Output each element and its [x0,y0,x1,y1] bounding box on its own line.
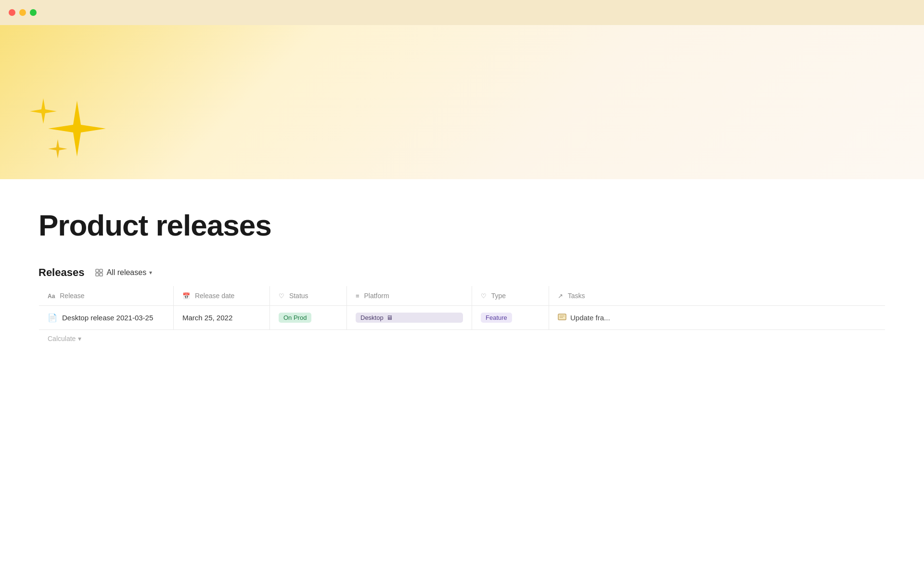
releases-section: Releases All releases ▾ Aa [38,266,886,348]
col-header-status[interactable]: ♡ Status [270,286,347,306]
svg-rect-4 [558,314,566,320]
text-icon: Aa [48,293,55,300]
cell-date: March 25, 2022 [174,306,270,330]
calculate-row: Calculate ▾ [39,330,886,348]
task-list-icon [558,313,566,323]
chevron-down-icon: ▾ [149,269,152,276]
cell-platform: Desktop 🖥 [347,306,472,330]
maximize-button[interactable] [30,9,37,16]
type-badge: Feature [481,313,512,323]
calculate-button[interactable]: Calculate ▾ [48,335,81,342]
view-selector-button[interactable]: All releases ▾ [91,266,156,279]
calculate-chevron-icon: ▾ [78,335,81,342]
cell-tasks: Update fra... [549,306,886,330]
sparkles-decoration [29,96,116,170]
svg-rect-2 [96,273,99,276]
minimize-button[interactable] [19,9,26,16]
platform-badge: Desktop 🖥 [356,313,463,323]
col-header-release[interactable]: Aa Release [39,286,174,306]
releases-section-label: Releases [38,266,84,279]
grid-icon [95,268,103,277]
page-title: Product releases [38,208,886,242]
cell-release: 📄 Desktop release 2021-03-25 [39,306,174,330]
releases-table: Aa Release 📅 Release date ♡ Status ≡ Pla… [38,286,886,348]
document-icon: 📄 [48,313,57,322]
release-name-text: Desktop release 2021-03-25 [62,314,153,322]
hero-banner [0,25,924,179]
platform-label: Desktop [360,314,384,321]
status-badge: On Prod [279,313,311,323]
svg-rect-0 [96,269,99,272]
type-icon: ♡ [481,292,487,300]
close-button[interactable] [9,9,15,16]
svg-rect-1 [100,269,103,272]
titlebar [0,0,924,25]
calendar-icon: 📅 [182,292,190,300]
calculate-cell: Calculate ▾ [39,330,886,348]
task-label: Update fra... [570,314,610,322]
svg-rect-3 [100,273,103,276]
status-icon: ♡ [279,292,284,300]
list-icon: ≡ [356,292,359,300]
col-header-platform[interactable]: ≡ Platform [347,286,472,306]
desktop-emoji-icon: 🖥 [386,314,393,321]
cell-type: Feature [472,306,549,330]
table-row[interactable]: 📄 Desktop release 2021-03-25 March 25, 2… [39,306,886,330]
col-header-type[interactable]: ♡ Type [472,286,549,306]
page-content: Product releases Releases All releases ▾ [0,179,924,348]
col-header-tasks[interactable]: ↗ Tasks [549,286,886,306]
cell-status: On Prod [270,306,347,330]
col-header-date[interactable]: 📅 Release date [174,286,270,306]
tasks-icon: ↗ [558,292,563,300]
table-header-row: Aa Release 📅 Release date ♡ Status ≡ Pla… [39,286,886,306]
releases-header: Releases All releases ▾ [38,266,886,279]
view-label: All releases [106,268,146,277]
